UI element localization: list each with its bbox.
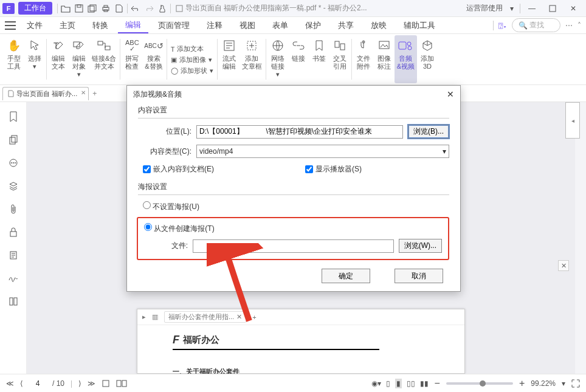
menu-share[interactable]: 共享 <box>331 18 361 33</box>
ribbon-3d[interactable]: 添加 3D <box>417 35 438 83</box>
last-page-button[interactable]: ≫ <box>88 379 95 388</box>
two-continuous-icon[interactable]: ▮▮ <box>420 379 429 388</box>
prev-page-button[interactable]: ⟨ <box>20 379 23 388</box>
menu-file[interactable]: 文件 <box>19 18 50 33</box>
outline-toggle-icon[interactable]: ▸ <box>142 313 146 321</box>
menu-annotate[interactable]: 注释 <box>199 18 230 33</box>
menu-slideshow[interactable]: 放映 <box>364 18 394 33</box>
redo-icon[interactable] <box>142 2 156 15</box>
dialog-close-button[interactable]: ✕ <box>447 89 454 99</box>
right-handle-icon[interactable]: ◂ <box>565 102 580 139</box>
content-type-select[interactable]: video/mp4▾ <box>196 145 449 158</box>
svg-rect-1 <box>77 5 81 7</box>
ribbon-crossref[interactable]: 交叉 引用 <box>329 35 350 83</box>
svg-point-26 <box>11 162 12 163</box>
articles-panel-icon[interactable] <box>7 295 19 308</box>
menu-convert[interactable]: 转换 <box>85 18 115 33</box>
ribbon-link-merge[interactable]: 链接&合 并文本 <box>89 35 119 83</box>
ribbon-spell[interactable]: ABC✓拼写 检查 <box>122 35 142 83</box>
two-page-icon[interactable]: ▯▯ <box>407 379 415 388</box>
pages-panel-icon[interactable] <box>7 134 19 146</box>
save-all-icon[interactable] <box>86 2 99 15</box>
touch-icon[interactable] <box>156 2 169 15</box>
corner-dropdown-icon[interactable]: ▾ <box>505 2 519 15</box>
print-icon[interactable] <box>99 2 112 15</box>
ribbon-link[interactable]: 链接 <box>288 35 309 83</box>
page-number-input[interactable] <box>29 379 46 388</box>
zoom-slider[interactable] <box>446 382 513 385</box>
add-text-button[interactable]: T添加文本 <box>171 44 204 53</box>
zoom-in-button[interactable]: + <box>519 378 525 389</box>
no-poster-radio[interactable]: 不设置海报(U) <box>143 202 199 211</box>
ribbon-hand[interactable]: ✋手型 工具 <box>4 35 24 83</box>
from-file-radio[interactable]: 从文件创建海报(T) <box>144 224 215 233</box>
continuous-icon[interactable]: ▮ <box>395 379 402 388</box>
search-box[interactable]: 🔍 查找 <box>512 18 560 32</box>
pane-close-icon[interactable]: ✕ <box>558 260 569 271</box>
open-icon[interactable] <box>59 2 72 15</box>
thumbnail-icon[interactable]: ▥ <box>152 313 158 321</box>
document-tab[interactable]: 导出页面自 福昕办... ✕ <box>2 87 89 100</box>
minimize-button[interactable]: — <box>522 2 542 15</box>
save-icon[interactable] <box>72 2 86 15</box>
close-tab-icon[interactable]: ✕ <box>81 89 86 96</box>
browse-location-button[interactable]: 浏览(B)... <box>408 125 449 139</box>
browse-poster-button[interactable]: 浏览(W)... <box>399 239 442 253</box>
hamburger-icon[interactable] <box>5 21 16 30</box>
location-input[interactable] <box>196 125 403 139</box>
bookmark-panel-icon[interactable] <box>7 111 19 123</box>
ribbon-attachment[interactable]: 文件 附件 <box>353 35 374 83</box>
ribbon-edit-object[interactable]: 编辑 对象▾ <box>69 35 89 83</box>
menu-view[interactable]: 视图 <box>232 18 263 33</box>
menu-edit[interactable]: 编辑 <box>118 18 148 33</box>
first-page-button[interactable]: ≪ <box>6 379 14 388</box>
comments-panel-icon[interactable] <box>7 157 19 169</box>
kebab-icon[interactable]: ⋯ <box>565 21 573 30</box>
ribbon-edit-text[interactable]: T编辑 文本 <box>48 35 69 83</box>
fields-panel-icon[interactable] <box>7 249 19 261</box>
new-icon[interactable] <box>112 2 126 15</box>
cancel-button[interactable]: 取消 <box>395 269 443 283</box>
menu-accessibility[interactable]: 辅助工具 <box>396 18 443 33</box>
single-page-icon[interactable]: ▯ <box>386 379 390 388</box>
ribbon-select[interactable]: 选择▾ <box>24 35 45 83</box>
menu-form[interactable]: 表单 <box>265 18 295 33</box>
embed-checkbox[interactable]: 嵌入内容到文档(E) <box>143 164 214 174</box>
inner-new-tab[interactable]: + <box>252 314 256 321</box>
undo-icon[interactable] <box>129 2 142 15</box>
add-image-button[interactable]: ▣添加图像 ▾ <box>171 55 212 64</box>
ribbon-image-annot[interactable]: 图像 标注 <box>374 35 395 83</box>
new-tab-button[interactable]: + <box>92 89 97 98</box>
ribbon-audio-video[interactable]: 音频 &视频 <box>395 35 417 83</box>
close-window-button[interactable]: ✕ <box>563 2 584 15</box>
fullscreen-icon[interactable] <box>571 379 580 388</box>
security-panel-icon[interactable] <box>7 226 19 238</box>
ribbon-search-replace[interactable]: ABC↺搜索 &替换 <box>142 35 165 83</box>
workspace-button[interactable]: 工作台 <box>18 2 52 15</box>
page-layout-2-icon[interactable] <box>116 379 127 388</box>
signatures-panel-icon[interactable] <box>7 272 19 284</box>
poster-file-input[interactable] <box>193 239 394 253</box>
ribbon-format-edit[interactable]: 流式 编辑 <box>219 35 240 83</box>
ok-button[interactable]: 确定 <box>322 269 370 283</box>
zoom-out-button[interactable]: − <box>435 378 440 389</box>
menu-page-manage[interactable]: 页面管理 <box>151 18 197 33</box>
maximize-button[interactable] <box>542 2 563 15</box>
next-page-button[interactable]: ⟩ <box>78 379 81 388</box>
read-mode-icon[interactable]: ◉▾ <box>371 379 381 388</box>
attachments-panel-icon[interactable] <box>7 203 19 215</box>
ribbon-bookmark[interactable]: 书签 <box>309 35 329 83</box>
ribbon-article[interactable]: 添加 文章框 <box>240 35 264 83</box>
show-player-checkbox[interactable]: 显示播放器(S) <box>305 164 362 174</box>
inner-tab[interactable]: 福昕办公套件使用指... ✕ <box>164 311 246 323</box>
zoom-value[interactable]: 99.22% <box>531 379 556 388</box>
ribbon-weblink[interactable]: 网络 链接▾ <box>267 35 288 83</box>
collapse-ribbon-icon[interactable]: ˄ <box>577 21 581 30</box>
bulb-icon[interactable]: ⍰▾ <box>498 21 507 30</box>
layers-panel-icon[interactable] <box>7 180 19 192</box>
inner-tab-close-icon[interactable]: ✕ <box>236 313 242 321</box>
menu-home[interactable]: 主页 <box>52 18 83 33</box>
page-layout-icon[interactable] <box>102 379 110 388</box>
add-shape-button[interactable]: ◯添加形状 ▾ <box>171 66 213 75</box>
menu-protect[interactable]: 保护 <box>298 18 328 33</box>
